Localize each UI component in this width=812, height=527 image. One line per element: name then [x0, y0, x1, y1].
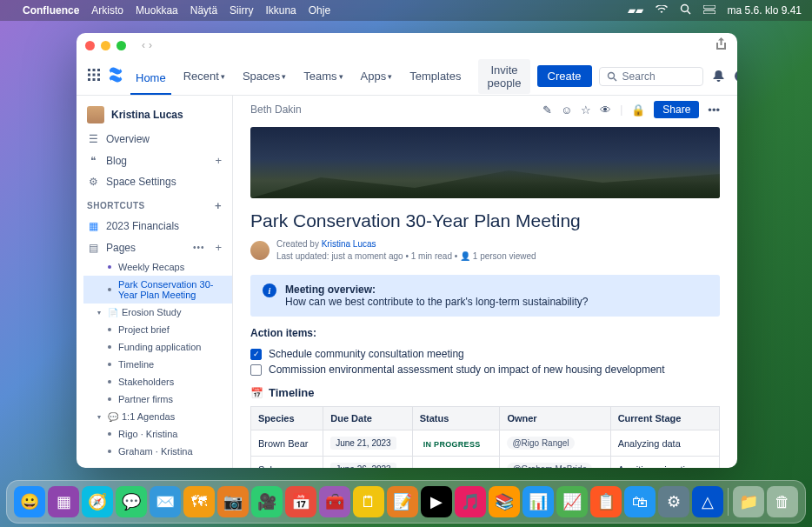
nav-teams[interactable]: Teams▾: [298, 66, 348, 86]
dock-app[interactable]: 📷: [217, 486, 249, 517]
author-link[interactable]: Kristina Lucas: [322, 239, 376, 249]
dock-app[interactable]: 🧭: [82, 486, 113, 517]
dock-app[interactable]: 📊: [522, 486, 554, 517]
checkbox-unchecked[interactable]: [250, 364, 262, 376]
menubar-item[interactable]: Siirry: [230, 4, 253, 17]
search-input[interactable]: Search: [599, 67, 703, 86]
dock-app[interactable]: ⚙: [658, 486, 689, 517]
dock-app[interactable]: ✉️: [150, 486, 181, 517]
chevron-down-icon[interactable]: ▾: [97, 413, 104, 421]
menubar-datetime[interactable]: ma 5.6. klo 9.41: [728, 4, 802, 17]
page-title: Park Conservation 30-Year Plan Meeting: [233, 210, 737, 231]
dock-app[interactable]: 📁: [733, 486, 764, 517]
add-page-icon[interactable]: +: [215, 241, 222, 254]
notifications-icon[interactable]: [712, 70, 725, 83]
dock-app[interactable]: 📅: [285, 486, 316, 517]
author-avatar[interactable]: [250, 241, 270, 260]
comment-icon[interactable]: ☺: [561, 103, 572, 117]
back-button[interactable]: ‹: [142, 39, 145, 51]
dock-app[interactable]: ▦: [48, 486, 79, 517]
share-icon[interactable]: [715, 37, 727, 53]
macos-menubar: Confluence Arkisto Muokkaa Näytä Siirry …: [0, 0, 812, 21]
checkbox-checked[interactable]: ✓: [250, 349, 262, 360]
tree-project-brief[interactable]: Project brief: [83, 321, 232, 338]
page-hero-image: [250, 127, 720, 198]
sidebar-pages-heading[interactable]: ▤Pages•••+: [77, 237, 232, 258]
svg-rect-11: [93, 78, 96, 81]
watch-icon[interactable]: 👁: [600, 103, 611, 117]
tree-funding[interactable]: Funding application: [83, 338, 232, 356]
chevron-down-icon[interactable]: ▾: [97, 309, 104, 317]
tree-weekly-recaps[interactable]: Weekly Recaps: [83, 258, 232, 276]
user-mention[interactable]: @Rigo Rangel: [507, 437, 574, 450]
tree-partners[interactable]: Partner firms: [83, 390, 232, 408]
help-icon[interactable]: ?: [734, 70, 737, 83]
user-mention[interactable]: @Graham McBride: [507, 463, 592, 468]
menubar-item[interactable]: Muokkaa: [136, 4, 178, 17]
dock-app[interactable]: △: [692, 486, 723, 517]
nav-spaces[interactable]: Spaces▾: [237, 66, 291, 86]
menubar-item[interactable]: Arkisto: [91, 4, 123, 17]
lock-icon[interactable]: 🔒: [631, 103, 645, 117]
app-switcher-icon[interactable]: [87, 68, 101, 84]
sidebar-overview[interactable]: ☰Overview: [77, 129, 232, 150]
tree-stakeholders[interactable]: Stakeholders: [83, 373, 232, 390]
menubar-item[interactable]: Ikkuna: [265, 4, 296, 17]
forward-button[interactable]: ›: [149, 39, 152, 51]
star-icon[interactable]: ☆: [581, 103, 591, 117]
sidebar-shortcut-financials[interactable]: ▦2023 Financials: [77, 216, 232, 237]
sidebar-space-header[interactable]: Kristina Lucas: [77, 101, 232, 129]
pages-icon: ▤: [87, 242, 99, 254]
dock-app[interactable]: 🛍: [624, 486, 656, 517]
info-icon: i: [263, 284, 276, 297]
dock-app[interactable]: 💬: [116, 486, 147, 517]
close-window-button[interactable]: [85, 41, 95, 50]
dock-app[interactable]: 😀: [14, 486, 45, 517]
dock-app[interactable]: 📝: [387, 486, 418, 517]
invite-people-button[interactable]: Invite people: [478, 59, 529, 94]
battery-icon[interactable]: ▰▰: [628, 4, 643, 17]
tree-agendas[interactable]: ▾💬1:1 Agendas: [83, 408, 232, 425]
tree-rigo[interactable]: Rigo · Kristina: [83, 425, 232, 443]
dock-app[interactable]: 📈: [556, 486, 588, 517]
tree-erosion-study[interactable]: ▾📄Erosion Study: [83, 304, 232, 321]
share-button[interactable]: Share: [654, 101, 699, 118]
dock-app[interactable]: 🗺: [183, 486, 215, 517]
menubar-item[interactable]: Ohje: [309, 4, 330, 17]
tree-park-meeting[interactable]: Park Conservation 30-Year Plan Meeting: [83, 276, 232, 304]
fullscreen-window-button[interactable]: [116, 41, 126, 50]
create-button[interactable]: Create: [537, 65, 592, 87]
main-content: Beth Dakin ✎ ☺ ☆ 👁 | 🔒 Share ••• Park Co…: [233, 96, 737, 468]
dock-app[interactable]: 📚: [489, 486, 520, 517]
edit-icon[interactable]: ✎: [542, 103, 552, 117]
wifi-icon[interactable]: [656, 4, 668, 17]
minimize-window-button[interactable]: [101, 41, 110, 50]
add-blog-icon[interactable]: +: [215, 154, 222, 167]
confluence-logo-icon[interactable]: [108, 67, 123, 85]
breadcrumb[interactable]: Beth Dakin: [250, 103, 302, 116]
sidebar-space-settings[interactable]: ⚙Space Settings: [77, 171, 232, 192]
sidebar-blog[interactable]: ❝Blog+: [77, 150, 232, 171]
dock-app[interactable]: 🗑: [767, 486, 798, 517]
col-status: Status: [412, 407, 500, 430]
menubar-app[interactable]: Confluence: [23, 4, 79, 17]
nav-templates[interactable]: Templates: [404, 66, 466, 86]
control-center-icon[interactable]: [703, 4, 715, 17]
tree-timeline[interactable]: Timeline: [83, 356, 232, 373]
more-actions-icon[interactable]: •••: [708, 103, 720, 117]
dock-app[interactable]: 🧰: [319, 486, 350, 517]
pages-more-icon[interactable]: •••: [193, 243, 209, 252]
nav-apps[interactable]: Apps▾: [356, 66, 398, 86]
spotlight-icon[interactable]: [680, 3, 691, 17]
dock-app[interactable]: 🗒: [353, 486, 384, 517]
dock-app[interactable]: 📋: [590, 486, 622, 517]
dock-app[interactable]: 🎥: [251, 486, 283, 517]
add-shortcut-icon[interactable]: +: [215, 199, 222, 212]
dock-app[interactable]: ▶: [421, 486, 452, 517]
nav-home[interactable]: Home: [130, 68, 171, 95]
dock-app[interactable]: 🎵: [455, 486, 486, 517]
menubar-item[interactable]: Näytä: [190, 4, 217, 17]
nav-recent[interactable]: Recent▾: [178, 66, 230, 86]
tree-graham[interactable]: Graham · Kristina: [83, 443, 232, 460]
col-species: Species: [251, 407, 323, 430]
